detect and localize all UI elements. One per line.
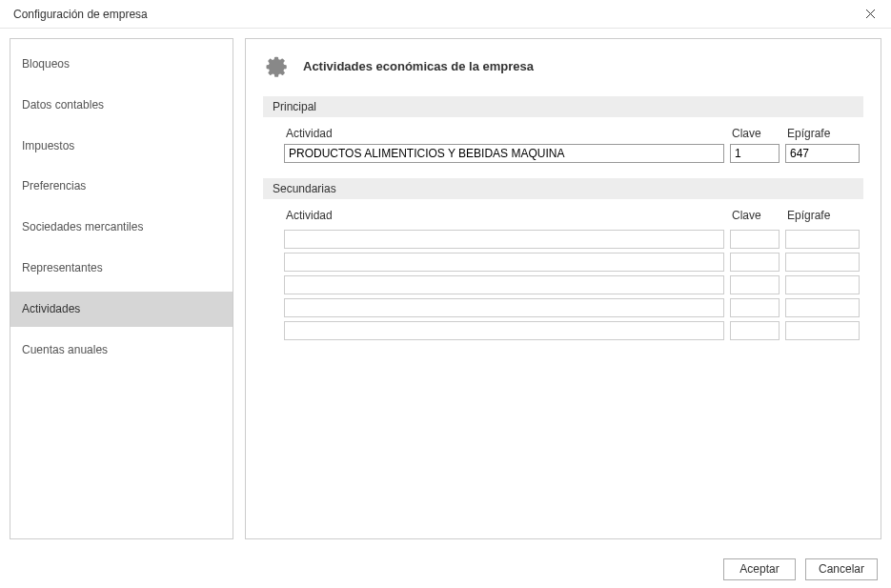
sidebar-item-cuentas-anuales[interactable]: Cuentas anuales bbox=[10, 333, 233, 368]
accept-button[interactable]: Aceptar bbox=[723, 558, 796, 580]
sidebar-item-representantes[interactable]: Representantes bbox=[10, 251, 233, 286]
label-clave: Clave bbox=[730, 127, 780, 140]
input-sec-clave[interactable] bbox=[730, 298, 780, 317]
dialog-footer: Aceptar Cancelar bbox=[0, 550, 891, 588]
input-sec-actividad[interactable] bbox=[284, 298, 724, 317]
section-secundarias: Secundarias Actividad Clave Epígrafe bbox=[263, 178, 863, 340]
input-principal-actividad[interactable] bbox=[284, 144, 724, 163]
input-sec-epigrafe[interactable] bbox=[785, 298, 860, 317]
close-button[interactable] bbox=[861, 5, 880, 24]
principal-row: Actividad Clave Epígrafe bbox=[263, 127, 863, 163]
label-sec-clave: Clave bbox=[730, 209, 780, 222]
secundaria-row bbox=[284, 230, 860, 249]
secundarias-grid: Actividad Clave Epígrafe bbox=[263, 209, 863, 340]
input-sec-actividad[interactable] bbox=[284, 275, 724, 294]
label-actividad: Actividad bbox=[284, 127, 724, 140]
input-sec-epigrafe[interactable] bbox=[785, 275, 860, 294]
input-sec-clave[interactable] bbox=[730, 253, 780, 272]
secundaria-row bbox=[284, 253, 860, 272]
sidebar-item-label: Impuestos bbox=[22, 139, 74, 152]
panel-header: Actividades económicas de la empresa bbox=[263, 52, 863, 79]
sidebar-item-sociedades-mercantiles[interactable]: Sociedades mercantiles bbox=[10, 210, 233, 245]
window-title: Configuración de empresa bbox=[13, 8, 148, 21]
input-principal-clave[interactable] bbox=[730, 144, 780, 163]
input-sec-epigrafe[interactable] bbox=[785, 230, 860, 249]
sidebar: Bloqueos Datos contables Impuestos Prefe… bbox=[10, 38, 233, 539]
sidebar-item-preferencias[interactable]: Preferencias bbox=[10, 169, 233, 204]
main-panel: Actividades económicas de la empresa Pri… bbox=[245, 38, 881, 539]
cancel-button[interactable]: Cancelar bbox=[805, 558, 878, 580]
label-sec-actividad: Actividad bbox=[284, 209, 724, 222]
secundaria-row bbox=[284, 275, 860, 294]
sidebar-item-bloqueos[interactable]: Bloqueos bbox=[10, 47, 233, 82]
sidebar-item-label: Actividades bbox=[22, 302, 80, 315]
input-sec-actividad[interactable] bbox=[284, 321, 724, 340]
input-sec-actividad[interactable] bbox=[284, 253, 724, 272]
titlebar: Configuración de empresa bbox=[0, 0, 891, 29]
secundaria-row bbox=[284, 298, 860, 317]
input-sec-epigrafe[interactable] bbox=[785, 321, 860, 340]
input-sec-clave[interactable] bbox=[730, 230, 780, 249]
sidebar-item-label: Cuentas anuales bbox=[22, 343, 108, 356]
input-principal-epigrafe[interactable] bbox=[785, 144, 860, 163]
panel-title: Actividades económicas de la empresa bbox=[303, 59, 534, 73]
close-icon bbox=[865, 9, 876, 19]
dialog-body: Bloqueos Datos contables Impuestos Prefe… bbox=[0, 29, 891, 549]
sidebar-item-datos-contables[interactable]: Datos contables bbox=[10, 88, 233, 123]
input-sec-actividad[interactable] bbox=[284, 230, 724, 249]
input-sec-clave[interactable] bbox=[730, 275, 780, 294]
label-epigrafe: Epígrafe bbox=[785, 127, 860, 140]
sidebar-item-label: Sociedades mercantiles bbox=[22, 220, 143, 233]
sidebar-item-label: Preferencias bbox=[22, 179, 86, 193]
sidebar-item-label: Bloqueos bbox=[22, 57, 70, 71]
sidebar-item-label: Datos contables bbox=[22, 98, 104, 112]
sidebar-item-impuestos[interactable]: Impuestos bbox=[10, 129, 233, 164]
section-header-secundarias: Secundarias bbox=[263, 178, 863, 199]
label-sec-epigrafe: Epígrafe bbox=[785, 209, 860, 222]
sidebar-item-label: Representantes bbox=[22, 261, 103, 274]
input-sec-clave[interactable] bbox=[730, 321, 780, 340]
section-header-principal: Principal bbox=[263, 96, 863, 117]
section-principal: Principal Actividad Clave Epígrafe bbox=[263, 96, 863, 163]
sidebar-item-actividades[interactable]: Actividades bbox=[10, 292, 233, 327]
secundaria-row bbox=[284, 321, 860, 340]
input-sec-epigrafe[interactable] bbox=[785, 253, 860, 272]
gear-icon bbox=[263, 52, 290, 79]
